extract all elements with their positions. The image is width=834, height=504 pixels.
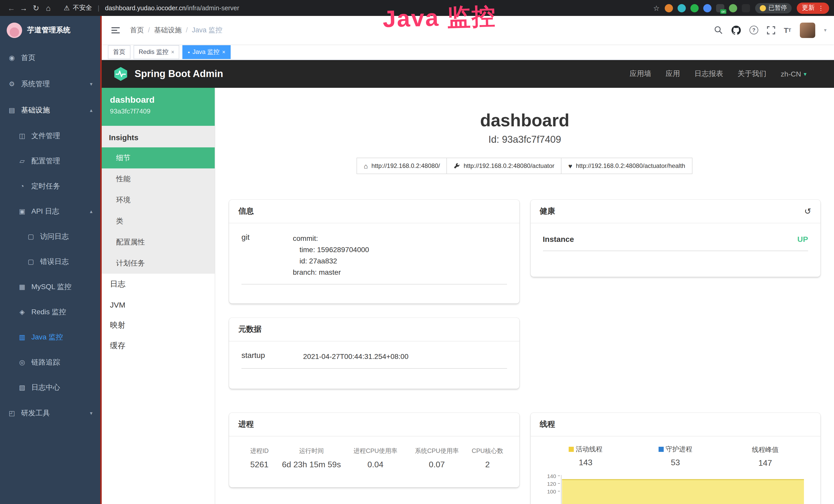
sba-item-classes[interactable]: 类: [102, 210, 215, 232]
fullscreen-icon[interactable]: [767, 26, 775, 34]
y-tick: 140: [541, 473, 556, 479]
wrench-icon: [454, 163, 460, 169]
file-icon: ◫: [18, 132, 26, 140]
breadcrumb-infra[interactable]: 基础设施: [154, 25, 182, 35]
actuator-url-link[interactable]: http://192.168.0.2:48080/actuator: [447, 158, 562, 174]
info-card-title: 信息: [229, 200, 519, 223]
paused-chip[interactable]: 已暂停: [755, 3, 792, 13]
extension-icon-5[interactable]: on: [716, 4, 724, 12]
chart-plot-area: [561, 475, 804, 504]
home-icon[interactable]: ⌂: [42, 4, 54, 12]
sba-item-logs[interactable]: 日志: [102, 274, 215, 294]
heart-icon: ♥: [568, 162, 572, 170]
sba-nav-links: 应用墙 应用 日志报表 关于我们 zh-CN ▾: [630, 69, 823, 78]
sidebar-item-log-center[interactable]: ▧ 日志中心: [0, 375, 100, 400]
close-icon[interactable]: ×: [222, 49, 225, 55]
sba-item-caches[interactable]: 缓存: [102, 335, 215, 356]
main-content: dashboard Id: 93a3fc7f7409 ⌂ http://192.…: [215, 88, 834, 504]
avatar-caret-icon[interactable]: ▾: [824, 27, 827, 33]
git-commit-line: commit:: [293, 234, 318, 243]
refresh-icon[interactable]: ↻: [30, 3, 42, 13]
sidebar-item-dev-tools[interactable]: ◰ 研发工具 ▾: [0, 400, 100, 426]
hamburger-icon[interactable]: [109, 25, 122, 35]
legend-value: 143: [541, 458, 631, 467]
close-icon[interactable]: ×: [171, 49, 174, 55]
infra-icon: ▤: [8, 106, 16, 114]
trace-icon: ◎: [18, 359, 26, 366]
locale-select[interactable]: zh-CN ▾: [781, 70, 807, 78]
app-sidebar: 芋道管理系统 ◉ 首页 ⚙ 系统管理 ▾ ▤ 基础设施 ▴ ◫ 文件管理 ▱: [0, 16, 100, 504]
sidebar-item-api-log[interactable]: ▣ API 日志 ▴: [0, 199, 100, 224]
locale-label: zh-CN: [781, 70, 801, 78]
breadcrumb: 首页 / 基础设施 / Java 监控: [130, 25, 222, 35]
sidebar-item-system[interactable]: ⚙ 系统管理 ▾: [0, 71, 100, 97]
tab-redis[interactable]: Redis 监控 ×: [134, 45, 179, 59]
github-icon[interactable]: [731, 25, 741, 35]
service-url-link[interactable]: ⌂ http://192.168.0.2:48080/: [356, 158, 447, 174]
legend-swatch-daemon: [658, 447, 663, 452]
bookmark-star-icon[interactable]: ☆: [653, 4, 660, 12]
sidebar-item-access-log[interactable]: ▢ 访问日志: [0, 224, 100, 249]
address-bar[interactable]: ⚠ 不安全 | dashboard.yudao.iocoder.cn/infra…: [64, 4, 239, 12]
avatar[interactable]: [800, 22, 815, 38]
sba-link-about[interactable]: 关于我们: [738, 69, 766, 78]
update-label: 更新: [802, 4, 815, 12]
forward-icon[interactable]: →: [18, 4, 30, 12]
sidebar-item-tracing[interactable]: ◎ 链路追踪: [0, 350, 100, 375]
extension-icon-6[interactable]: [729, 4, 737, 12]
tab-java[interactable]: ● Java 监控 ×: [183, 45, 231, 59]
sba-item-mappings[interactable]: 映射: [102, 315, 215, 335]
page-title: dashboard: [229, 110, 820, 131]
help-icon[interactable]: ?: [749, 26, 758, 35]
sba-item-config-props[interactable]: 配置属性: [102, 232, 215, 253]
app-header: 首页 / 基础设施 / Java 监控 ?: [102, 16, 834, 44]
threads-card: 线程 活动线程 143 守护进程: [530, 413, 820, 504]
sba-item-details[interactable]: 细节: [102, 147, 215, 168]
address-separator: |: [97, 4, 100, 12]
history-icon[interactable]: ↺: [804, 206, 811, 216]
tools-icon: ◰: [8, 409, 16, 417]
extension-icon-1[interactable]: [665, 4, 673, 12]
extension-icon-3[interactable]: [690, 4, 699, 12]
sba-brand[interactable]: Spring Boot Admin: [113, 66, 223, 82]
legend-label: 守护进程: [665, 445, 692, 454]
stat-value: 2: [466, 460, 509, 469]
sidebar-item-files[interactable]: ◫ 文件管理: [0, 123, 100, 148]
app-logo[interactable]: 芋道管理系统: [0, 16, 100, 45]
sba-link-applications[interactable]: 应用: [666, 69, 680, 78]
chevron-down-icon: ▾: [90, 81, 92, 87]
sidebar-item-java[interactable]: ▥ Java 监控: [0, 324, 100, 350]
health-url-link[interactable]: ♥ http://192.168.0.2:48080/actuator/heal…: [561, 158, 693, 174]
sba-link-journal[interactable]: 日志报表: [695, 69, 723, 78]
update-button[interactable]: 更新 ⋮: [797, 2, 829, 14]
browser-menu-icon[interactable]: ⋮: [818, 4, 824, 12]
sba-item-metrics[interactable]: 性能: [102, 168, 215, 189]
sidebar-item-infra[interactable]: ▤ 基础设施 ▴: [0, 97, 100, 123]
sidebar-item-redis[interactable]: ◈ Redis 监控: [0, 299, 100, 324]
sba-item-scheduled-tasks[interactable]: 计划任务: [102, 253, 215, 274]
tab-home[interactable]: 首页: [108, 45, 130, 59]
font-size-icon[interactable]: TT: [784, 26, 791, 34]
extension-icon-4[interactable]: [703, 4, 711, 12]
sidebar-item-home[interactable]: ◉ 首页: [0, 45, 100, 71]
extension-icon-7[interactable]: [742, 4, 750, 12]
metadata-key: startup: [241, 351, 303, 362]
sidebar-item-label: 首页: [21, 53, 36, 62]
sidebar-item-config[interactable]: ▱ 配置管理: [0, 148, 100, 174]
timer-icon: ◔: [18, 182, 26, 190]
sba-item-environment[interactable]: 环境: [102, 189, 215, 210]
extension-icon-2[interactable]: [678, 4, 686, 12]
breadcrumb-home[interactable]: 首页: [130, 25, 144, 35]
sidebar-item-error-log[interactable]: ▢ 错误日志: [0, 249, 100, 274]
back-icon[interactable]: ←: [5, 4, 18, 12]
sba-item-jvm[interactable]: JVM: [102, 294, 215, 315]
search-icon[interactable]: [714, 26, 723, 35]
stat-label: 系统CPU使用率: [408, 447, 466, 456]
sidebar-item-mysql[interactable]: ▦ MySQL 监控: [0, 274, 100, 299]
sba-link-wallboard[interactable]: 应用墙: [630, 69, 651, 78]
sidebar-item-jobs[interactable]: ◔ 定时任务: [0, 174, 100, 199]
legend-value: 147: [720, 459, 810, 468]
url-text: dashboard.yudao.iocoder.cn/infra/admin-s…: [105, 4, 239, 12]
stat-label: CPU核心数: [466, 447, 509, 456]
health-card-title: 健康: [540, 206, 555, 216]
